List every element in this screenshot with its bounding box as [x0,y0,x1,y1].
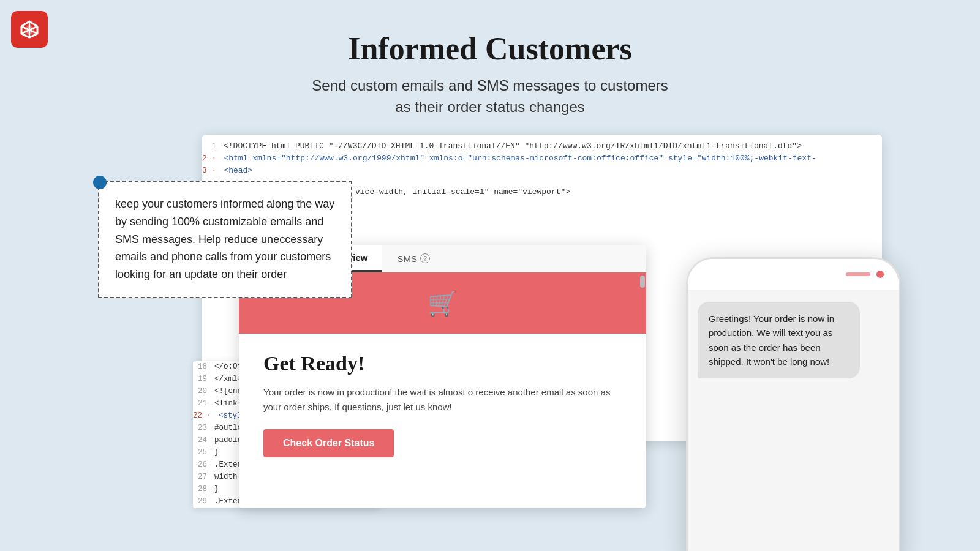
code-line-2: 2 · <html xmlns="http://www.w3.org/1999/… [202,153,882,165]
scroll-indicator[interactable] [640,276,645,288]
email-heading: Get Ready! [263,352,622,375]
callout-text: keep your customers informed along the w… [115,195,335,283]
callout-box: keep your customers informed along the w… [98,181,352,298]
page-title: Informed Customers [0,31,980,67]
code-line-3: 3 · <head> [202,165,882,178]
content-area: keep your customers informed along the w… [98,135,882,539]
email-body-text: Your order is now in production! the wai… [263,385,622,414]
code-line-1: 1 <!DOCTYPE html PUBLIC "-//W3C//DTD XHT… [202,141,882,153]
callout-dot [93,176,107,189]
logo-icon [18,18,41,41]
logo [11,11,48,48]
check-order-button[interactable]: Check Order Status [263,429,394,457]
phone-mockup: Greetings! Your order is now in producti… [686,257,900,551]
page-subtitle: Send custom emails and SMS messages to c… [0,75,980,118]
sms-message-bubble: Greetings! Your order is now in producti… [698,302,860,378]
phone-camera-dot [876,271,884,278]
cart-icon: 🛒 [428,289,458,318]
phone-notch [846,272,870,276]
code-lines-top: 1 <!DOCTYPE html PUBLIC "-//W3C//DTD XHT… [202,135,882,184]
phone-body: Greetings! Your order is now in producti… [688,290,899,551]
header: Informed Customers Send custom emails an… [0,0,980,118]
tab-sms[interactable]: SMS ? [382,245,445,272]
phone-top-bar [688,259,899,290]
email-content-area: Get Ready! Your order is now in producti… [239,334,646,476]
sms-info-icon: ? [420,253,430,263]
